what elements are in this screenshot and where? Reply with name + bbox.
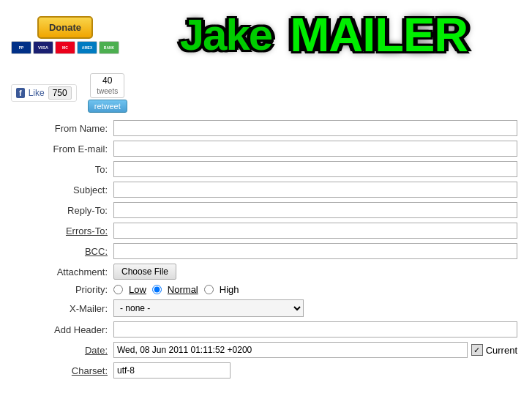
- charset-row: Charset:: [15, 362, 517, 379]
- to-label: To:: [15, 164, 113, 175]
- errors-to-input[interactable]: [113, 223, 517, 239]
- bcc-row: BCC:: [15, 243, 517, 259]
- to-row: To:: [15, 161, 517, 177]
- add-header-label: Add Header:: [15, 324, 113, 335]
- reply-to-input[interactable]: [113, 202, 517, 218]
- attachment-label: Attachment:: [15, 266, 113, 277]
- priority-low-label: Low: [129, 284, 146, 295]
- date-label: Date:: [15, 345, 113, 356]
- donate-button[interactable]: Donate: [37, 16, 93, 39]
- from-name-row: From Name:: [15, 120, 517, 136]
- social-bar: f Like 750 40 tweets retweet: [0, 70, 532, 116]
- date-input[interactable]: [113, 342, 468, 358]
- tweet-label: tweets: [97, 87, 118, 95]
- subject-input[interactable]: [113, 182, 517, 198]
- date-row: Date: ✓ Current: [15, 342, 517, 358]
- bank-icon: BANK: [99, 41, 119, 54]
- add-header-input[interactable]: [113, 321, 517, 338]
- current-checkbox[interactable]: ✓: [471, 344, 483, 356]
- errors-to-row: Errors-To:: [15, 223, 517, 239]
- from-name-label: From Name:: [15, 123, 113, 134]
- attachment-row: Attachment: Choose File: [15, 264, 517, 280]
- facebook-icon: f: [16, 88, 25, 98]
- subject-label: Subject:: [15, 184, 113, 195]
- bcc-label: BCC:: [15, 246, 113, 257]
- logo-fake-text: Jake: [180, 10, 271, 60]
- subject-row: Subject:: [15, 182, 517, 198]
- tweet-count: 40 tweets: [90, 73, 124, 98]
- add-header-row: Add Header:: [15, 321, 517, 338]
- payment-icons: PP VISA MC AMEX BANK: [11, 41, 119, 54]
- amex-icon: AMEX: [77, 41, 97, 54]
- charset-input[interactable]: [113, 362, 231, 379]
- facebook-like-box[interactable]: f Like 750: [11, 84, 77, 102]
- current-label: Current: [486, 345, 517, 356]
- reply-to-label: Reply-To:: [15, 205, 113, 216]
- bcc-input[interactable]: [113, 243, 517, 259]
- logo: Jake MAILER: [127, 7, 521, 62]
- priority-row: Priority: Low Normal High: [15, 284, 517, 295]
- from-email-label: From E-mail:: [15, 143, 113, 154]
- donate-area: Donate PP VISA MC AMEX BANK: [11, 16, 119, 54]
- xmailer-select[interactable]: - none -: [113, 299, 304, 317]
- xmailer-label: X-Mailer:: [15, 303, 113, 314]
- xmailer-row: X-Mailer: - none -: [15, 299, 517, 317]
- choose-file-button[interactable]: Choose File: [113, 264, 176, 280]
- priority-normal-label: Normal: [168, 284, 198, 295]
- priority-high-radio[interactable]: [204, 285, 214, 294]
- paypal-icon: PP: [11, 41, 31, 54]
- priority-options: Low Normal High: [113, 284, 239, 295]
- priority-high-label: High: [220, 284, 239, 295]
- logo-mailer-text: MAILER: [290, 7, 468, 62]
- header: Donate PP VISA MC AMEX BANK Jake MAILER: [0, 0, 532, 70]
- tweet-box: 40 tweets retweet: [88, 73, 127, 113]
- current-checkbox-area: ✓ Current: [471, 344, 517, 356]
- like-text[interactable]: Like: [29, 88, 45, 98]
- reply-to-row: Reply-To:: [15, 202, 517, 218]
- mastercard-icon: MC: [55, 41, 75, 54]
- from-name-input[interactable]: [113, 120, 517, 136]
- retweet-button[interactable]: retweet: [88, 100, 127, 113]
- like-count: 750: [48, 86, 72, 100]
- priority-normal-radio[interactable]: [152, 285, 162, 294]
- from-email-row: From E-mail:: [15, 141, 517, 157]
- to-input[interactable]: [113, 161, 517, 177]
- form-container: From Name: From E-mail: To: Subject: Rep…: [0, 116, 532, 390]
- priority-low-radio[interactable]: [113, 285, 123, 294]
- priority-label: Priority:: [15, 284, 113, 295]
- visa-icon: VISA: [33, 41, 53, 54]
- errors-to-label: Errors-To:: [15, 225, 113, 236]
- from-email-input[interactable]: [113, 141, 517, 157]
- charset-label: Charset:: [15, 365, 113, 376]
